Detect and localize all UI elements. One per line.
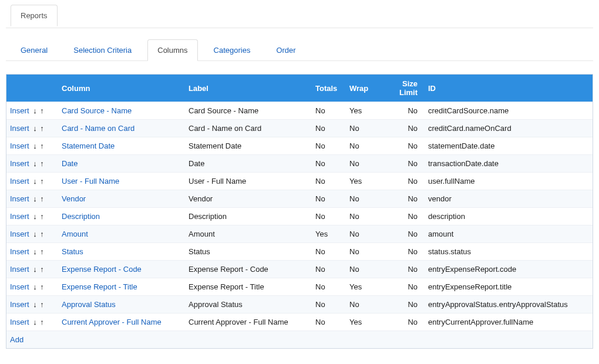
arrow-up-icon[interactable]: ↑ <box>39 177 45 186</box>
columns-table-wrap: Column Label Totals Wrap Size Limit ID I… <box>6 74 593 349</box>
cell-totals: No <box>311 137 345 155</box>
cell-size-limit: No <box>379 102 423 120</box>
reorder-arrows: ↓ ↑ <box>31 300 45 309</box>
column-link[interactable]: Expense Report - Code <box>62 265 142 274</box>
arrow-down-icon[interactable]: ↓ <box>32 265 38 274</box>
top-tab-reports[interactable]: Reports <box>11 5 58 26</box>
cell-column: Card Source - Name <box>57 102 184 120</box>
column-link[interactable]: Approval Status <box>62 300 116 309</box>
column-link[interactable]: User - Full Name <box>62 177 119 186</box>
cell-wrap: Yes <box>345 278 379 296</box>
sub-tab-order[interactable]: Order <box>266 39 305 60</box>
cell-column: User - Full Name <box>57 173 184 190</box>
cell-totals: No <box>311 120 345 137</box>
arrow-down-icon[interactable]: ↓ <box>32 212 38 221</box>
cell-label: Expense Report - Code <box>184 261 311 278</box>
arrow-up-icon[interactable]: ↑ <box>39 106 45 115</box>
arrow-up-icon[interactable]: ↑ <box>39 265 45 274</box>
row-actions: Insert ↓ ↑ <box>6 225 57 243</box>
row-actions: Insert ↓ ↑ <box>6 314 57 331</box>
column-link[interactable]: Card - Name on Card <box>62 124 134 133</box>
insert-button[interactable]: Insert <box>10 141 29 150</box>
arrow-down-icon[interactable]: ↓ <box>32 106 38 115</box>
insert-button[interactable]: Insert <box>10 265 29 274</box>
insert-button[interactable]: Insert <box>10 212 29 221</box>
insert-button[interactable]: Insert <box>10 159 29 168</box>
cell-wrap: No <box>345 120 379 137</box>
cell-label: Card Source - Name <box>184 102 311 120</box>
insert-button[interactable]: Insert <box>10 247 29 256</box>
cell-size-limit: No <box>379 120 423 137</box>
arrow-down-icon[interactable]: ↓ <box>32 318 38 326</box>
arrow-up-icon[interactable]: ↑ <box>39 124 45 133</box>
row-actions: Insert ↓ ↑ <box>6 243 57 261</box>
cell-totals: No <box>311 173 345 190</box>
arrow-up-icon[interactable]: ↑ <box>39 194 45 203</box>
top-tab-bar: Reports <box>6 5 593 28</box>
row-actions: Insert ↓ ↑ <box>6 296 57 314</box>
insert-button[interactable]: Insert <box>10 106 29 115</box>
arrow-up-icon[interactable]: ↑ <box>39 212 45 221</box>
cell-label: Statement Date <box>184 137 311 155</box>
arrow-down-icon[interactable]: ↓ <box>32 124 38 133</box>
arrow-down-icon[interactable]: ↓ <box>32 159 38 168</box>
row-actions: Insert ↓ ↑ <box>6 261 57 278</box>
arrow-up-icon[interactable]: ↑ <box>39 230 45 238</box>
cell-totals: No <box>311 208 345 225</box>
header-wrap: Wrap <box>345 75 379 102</box>
arrow-down-icon[interactable]: ↓ <box>32 194 38 203</box>
sub-tab-columns[interactable]: Columns <box>147 39 197 61</box>
column-link[interactable]: Amount <box>62 230 88 238</box>
column-link[interactable]: Expense Report - Title <box>62 282 137 291</box>
insert-button[interactable]: Insert <box>10 282 29 291</box>
sub-tab-categories[interactable]: Categories <box>204 39 261 60</box>
column-link[interactable]: Current Approver - Full Name <box>62 318 161 326</box>
arrow-down-icon[interactable]: ↓ <box>32 300 38 309</box>
insert-button[interactable]: Insert <box>10 177 29 186</box>
arrow-up-icon[interactable]: ↑ <box>39 282 45 291</box>
cell-size-limit: No <box>379 155 423 173</box>
table-row: Insert ↓ ↑DescriptionDescriptionNoNoNode… <box>6 208 593 225</box>
reorder-arrows: ↓ ↑ <box>31 159 45 168</box>
cell-column: Statement Date <box>57 137 184 155</box>
sub-tab-selection-criteria[interactable]: Selection Criteria <box>63 39 142 60</box>
cell-label: Status <box>184 243 311 261</box>
cell-column: Current Approver - Full Name <box>57 314 184 331</box>
arrow-down-icon[interactable]: ↓ <box>32 177 38 186</box>
table-row: Insert ↓ ↑StatusStatusNoNoNostatus.statu… <box>6 243 593 261</box>
insert-button[interactable]: Insert <box>10 300 29 309</box>
column-link[interactable]: Date <box>62 159 78 168</box>
arrow-down-icon[interactable]: ↓ <box>32 247 38 256</box>
cell-label: Approval Status <box>184 296 311 314</box>
arrow-down-icon[interactable]: ↓ <box>32 141 38 150</box>
column-link[interactable]: Status <box>62 247 83 256</box>
insert-button[interactable]: Insert <box>10 230 29 238</box>
reorder-arrows: ↓ ↑ <box>31 318 45 326</box>
arrow-up-icon[interactable]: ↑ <box>39 318 45 326</box>
add-button[interactable]: Add <box>10 335 23 344</box>
cell-label: Card - Name on Card <box>184 120 311 137</box>
cell-id: creditCardSource.name <box>423 102 593 120</box>
cell-wrap: No <box>345 208 379 225</box>
insert-button[interactable]: Insert <box>10 124 29 133</box>
reorder-arrows: ↓ ↑ <box>31 124 45 133</box>
arrow-up-icon[interactable]: ↑ <box>39 141 45 150</box>
column-link[interactable]: Description <box>62 212 100 221</box>
arrow-up-icon[interactable]: ↑ <box>39 247 45 256</box>
arrow-up-icon[interactable]: ↑ <box>39 159 45 168</box>
cell-totals: No <box>311 155 345 173</box>
cell-wrap: No <box>345 225 379 243</box>
column-link[interactable]: Vendor <box>62 194 86 203</box>
cell-size-limit: No <box>379 225 423 243</box>
cell-column: Status <box>57 243 184 261</box>
column-link[interactable]: Statement Date <box>62 141 115 150</box>
arrow-down-icon[interactable]: ↓ <box>32 230 38 238</box>
insert-button[interactable]: Insert <box>10 194 29 203</box>
sub-tab-general[interactable]: General <box>11 39 58 60</box>
row-actions: Insert ↓ ↑ <box>6 137 57 155</box>
arrow-up-icon[interactable]: ↑ <box>39 300 45 309</box>
arrow-down-icon[interactable]: ↓ <box>32 282 38 291</box>
insert-button[interactable]: Insert <box>10 318 29 326</box>
cell-totals: No <box>311 102 345 120</box>
column-link[interactable]: Card Source - Name <box>62 106 132 115</box>
